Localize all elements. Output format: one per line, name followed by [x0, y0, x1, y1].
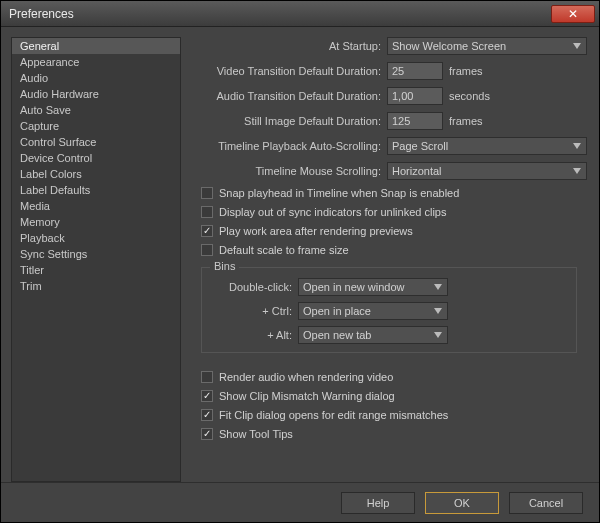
checkbox-icon: [201, 187, 213, 199]
select-at-startup[interactable]: Show Welcome Screen: [387, 37, 587, 55]
check-label: Show Tool Tips: [219, 428, 293, 440]
label-video-transition: Video Transition Default Duration:: [191, 65, 381, 77]
sidebar[interactable]: GeneralAppearanceAudioAudio HardwareAuto…: [11, 37, 181, 482]
row-at-startup: At Startup: Show Welcome Screen: [191, 37, 587, 55]
check-label: Show Clip Mismatch Warning dialog: [219, 390, 395, 402]
sidebar-item-titler[interactable]: Titler: [12, 262, 180, 278]
checkbox-icon: [201, 244, 213, 256]
checkbox-icon: [201, 371, 213, 383]
close-icon: ✕: [568, 8, 578, 20]
row-video-transition: Video Transition Default Duration: 25 fr…: [191, 62, 587, 80]
label-playback-scroll: Timeline Playback Auto-Scrolling:: [191, 140, 381, 152]
check-fit-clip[interactable]: Fit Clip dialog opens for edit range mis…: [201, 409, 587, 421]
check-snap-playhead[interactable]: Snap playhead in Timeline when Snap is e…: [201, 187, 587, 199]
select-playback-scroll[interactable]: Page Scroll: [387, 137, 587, 155]
select-value: Open in new window: [303, 281, 405, 293]
window-title: Preferences: [9, 7, 551, 21]
sidebar-item-sync-settings[interactable]: Sync Settings: [12, 246, 180, 262]
chevron-down-icon: [432, 329, 444, 341]
chevron-down-icon: [571, 140, 583, 152]
sidebar-item-control-surface[interactable]: Control Surface: [12, 134, 180, 150]
sidebar-item-audio-hardware[interactable]: Audio Hardware: [12, 86, 180, 102]
label-bins-doubleclick: Double-click:: [210, 281, 292, 293]
check-label: Snap playhead in Timeline when Snap is e…: [219, 187, 459, 199]
sidebar-item-label-colors[interactable]: Label Colors: [12, 166, 180, 182]
label-mouse-scroll: Timeline Mouse Scrolling:: [191, 165, 381, 177]
select-bins-doubleclick[interactable]: Open in new window: [298, 278, 448, 296]
select-value: Open in place: [303, 305, 371, 317]
check-label: Display out of sync indicators for unlin…: [219, 206, 446, 218]
sidebar-item-memory[interactable]: Memory: [12, 214, 180, 230]
chevron-down-icon: [571, 40, 583, 52]
check-default-scale[interactable]: Default scale to frame size: [201, 244, 587, 256]
input-video-transition[interactable]: 25: [387, 62, 443, 80]
check-out-of-sync[interactable]: Display out of sync indicators for unlin…: [201, 206, 587, 218]
sidebar-item-auto-save[interactable]: Auto Save: [12, 102, 180, 118]
select-value: Page Scroll: [392, 140, 448, 152]
close-button[interactable]: ✕: [551, 5, 595, 23]
preferences-window: Preferences ✕ GeneralAppearanceAudioAudi…: [0, 0, 600, 523]
label-at-startup: At Startup:: [191, 40, 381, 52]
row-mouse-scroll: Timeline Mouse Scrolling: Horizontal: [191, 162, 587, 180]
checkbox-icon: [201, 225, 213, 237]
unit-video-transition: frames: [449, 65, 483, 77]
sidebar-item-capture[interactable]: Capture: [12, 118, 180, 134]
sidebar-item-appearance[interactable]: Appearance: [12, 54, 180, 70]
check-clip-mismatch[interactable]: Show Clip Mismatch Warning dialog: [201, 390, 587, 402]
checkbox-icon: [201, 409, 213, 421]
select-bins-alt[interactable]: Open new tab: [298, 326, 448, 344]
group-bins: Bins Double-click: Open in new window + …: [201, 267, 577, 353]
row-playback-scroll: Timeline Playback Auto-Scrolling: Page S…: [191, 137, 587, 155]
check-label: Default scale to frame size: [219, 244, 349, 256]
group-legend: Bins: [210, 260, 239, 272]
sidebar-item-audio[interactable]: Audio: [12, 70, 180, 86]
label-still-image: Still Image Default Duration:: [191, 115, 381, 127]
checkbox-icon: [201, 206, 213, 218]
cancel-button[interactable]: Cancel: [509, 492, 583, 514]
row-bins-ctrl: + Ctrl: Open in place: [210, 302, 568, 320]
footer: Help OK Cancel: [1, 482, 599, 522]
ok-button[interactable]: OK: [425, 492, 499, 514]
sidebar-item-label-defaults[interactable]: Label Defaults: [12, 182, 180, 198]
unit-still-image: frames: [449, 115, 483, 127]
sidebar-item-playback[interactable]: Playback: [12, 230, 180, 246]
select-mouse-scroll[interactable]: Horizontal: [387, 162, 587, 180]
help-button[interactable]: Help: [341, 492, 415, 514]
row-still-image: Still Image Default Duration: 125 frames: [191, 112, 587, 130]
sidebar-item-general[interactable]: General: [12, 38, 180, 54]
check-tool-tips[interactable]: Show Tool Tips: [201, 428, 587, 440]
sidebar-item-device-control[interactable]: Device Control: [12, 150, 180, 166]
label-bins-ctrl: + Ctrl:: [210, 305, 292, 317]
row-audio-transition: Audio Transition Default Duration: 1,00 …: [191, 87, 587, 105]
select-value: Horizontal: [392, 165, 442, 177]
check-label: Render audio when rendering video: [219, 371, 393, 383]
chevron-down-icon: [571, 165, 583, 177]
body: GeneralAppearanceAudioAudio HardwareAuto…: [1, 27, 599, 482]
row-bins-alt: + Alt: Open new tab: [210, 326, 568, 344]
chevron-down-icon: [432, 305, 444, 317]
check-play-work-area[interactable]: Play work area after rendering previews: [201, 225, 587, 237]
input-still-image[interactable]: 125: [387, 112, 443, 130]
main-panel: At Startup: Show Welcome Screen Video Tr…: [191, 37, 591, 482]
input-audio-transition[interactable]: 1,00: [387, 87, 443, 105]
check-label: Fit Clip dialog opens for edit range mis…: [219, 409, 448, 421]
checkbox-icon: [201, 390, 213, 402]
check-label: Play work area after rendering previews: [219, 225, 413, 237]
sidebar-item-media[interactable]: Media: [12, 198, 180, 214]
titlebar[interactable]: Preferences ✕: [1, 1, 599, 27]
sidebar-item-trim[interactable]: Trim: [12, 278, 180, 294]
check-render-audio[interactable]: Render audio when rendering video: [201, 371, 587, 383]
label-audio-transition: Audio Transition Default Duration:: [191, 90, 381, 102]
unit-audio-transition: seconds: [449, 90, 490, 102]
select-value: Open new tab: [303, 329, 372, 341]
chevron-down-icon: [432, 281, 444, 293]
label-bins-alt: + Alt:: [210, 329, 292, 341]
checkbox-icon: [201, 428, 213, 440]
select-bins-ctrl[interactable]: Open in place: [298, 302, 448, 320]
row-bins-doubleclick: Double-click: Open in new window: [210, 278, 568, 296]
select-value: Show Welcome Screen: [392, 40, 506, 52]
